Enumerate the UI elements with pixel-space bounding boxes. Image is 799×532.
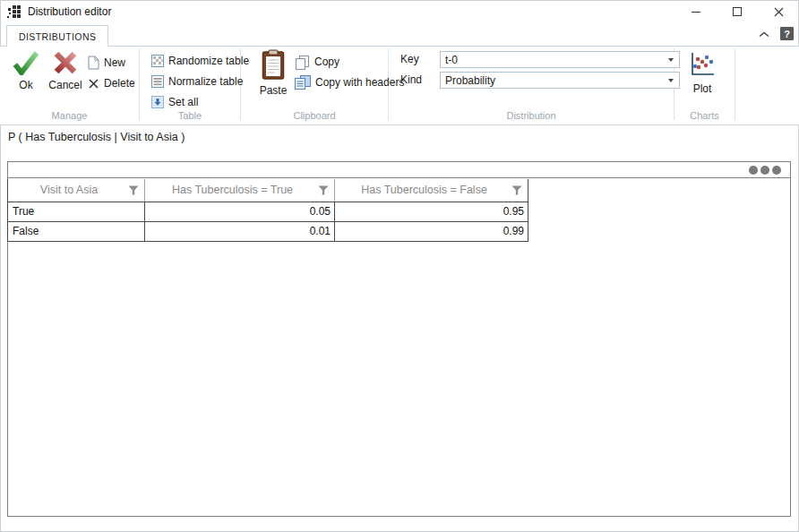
probability-cell[interactable]: 0.95 xyxy=(335,202,528,221)
randomize-table-button[interactable]: Randomize table xyxy=(151,52,249,70)
filter-icon[interactable] xyxy=(128,185,139,195)
new-button-label: New xyxy=(104,56,125,69)
probability-cell[interactable]: 0.99 xyxy=(335,221,528,241)
collapse-ribbon-button[interactable] xyxy=(757,28,771,40)
copy-button-label: Copy xyxy=(314,56,339,68)
set-all-button[interactable]: Set all xyxy=(151,93,249,111)
cancel-button-label: Cancel xyxy=(48,79,82,91)
cancel-x-icon xyxy=(53,50,78,75)
table-row: False 0.01 0.99 xyxy=(8,221,528,241)
column-header-label: Has Tuberculosis = False xyxy=(361,184,487,196)
help-icon: ? xyxy=(784,29,790,39)
kind-dropdown[interactable]: Probability xyxy=(440,72,680,89)
group-label-charts: Charts xyxy=(674,110,735,121)
group-charts: Plot Charts xyxy=(674,47,735,124)
ok-check-icon xyxy=(13,50,39,75)
probability-cell[interactable]: 0.05 xyxy=(145,202,335,221)
chevron-up-icon xyxy=(759,31,769,38)
dot-icon xyxy=(760,166,769,175)
ok-button-label: Ok xyxy=(19,79,32,91)
key-dropdown[interactable]: t-0 xyxy=(440,51,680,68)
ok-button[interactable]: Ok xyxy=(9,50,43,91)
column-header-label: Has Tuberculosis = True xyxy=(172,184,293,196)
help-button[interactable]: ? xyxy=(780,27,794,40)
column-header-tb-false[interactable]: Has Tuberculosis = False xyxy=(335,179,528,202)
paste-button[interactable]: Paste xyxy=(253,49,294,97)
normalize-table-icon xyxy=(151,75,164,88)
key-dropdown-value: t-0 xyxy=(441,54,668,66)
plot-button[interactable]: Plot xyxy=(682,50,723,95)
probability-cell[interactable]: 0.01 xyxy=(145,221,335,241)
group-separator xyxy=(735,48,735,120)
dropdown-arrow-icon xyxy=(668,58,674,62)
row-state-cell[interactable]: False xyxy=(8,221,145,241)
panel-menu-button[interactable] xyxy=(749,166,781,175)
window-controls xyxy=(675,0,799,23)
row-state-cell[interactable]: True xyxy=(8,202,145,221)
normalize-table-button[interactable]: Normalize table xyxy=(151,73,249,90)
column-header-label: Visit to Asia xyxy=(40,184,98,196)
distribution-editor-window: Distribution editor DISTRIBUTIONS ? xyxy=(0,0,799,532)
maximize-button[interactable] xyxy=(717,0,758,23)
group-manage: Ok Cancel New xyxy=(0,47,139,124)
new-button[interactable]: New xyxy=(88,54,135,72)
kind-dropdown-value: Probability xyxy=(441,74,668,87)
close-button[interactable] xyxy=(758,0,799,23)
titlebar: Distribution editor xyxy=(0,0,799,23)
column-header-tb-true[interactable]: Has Tuberculosis = True xyxy=(145,179,335,202)
minimize-button[interactable] xyxy=(675,0,717,23)
delete-button-label: Delete xyxy=(104,77,135,90)
column-header-visit-to-asia[interactable]: Visit to Asia xyxy=(8,179,145,202)
randomize-table-label: Randomize table xyxy=(168,55,249,67)
delete-x-icon xyxy=(88,78,99,90)
copy-icon xyxy=(295,55,310,70)
close-icon xyxy=(774,7,784,17)
new-document-icon xyxy=(88,56,99,70)
delete-button[interactable]: Delete xyxy=(88,74,135,92)
scatter-plot-icon xyxy=(688,50,717,79)
app-icon xyxy=(7,4,21,19)
panel-header-strip xyxy=(8,162,790,178)
group-label-clipboard: Clipboard xyxy=(241,110,388,121)
dropdown-arrow-icon xyxy=(668,79,674,82)
group-label-distribution: Distribution xyxy=(389,110,674,121)
plot-button-label: Plot xyxy=(693,82,712,95)
set-all-label: Set all xyxy=(168,96,198,108)
paste-button-label: Paste xyxy=(260,84,288,97)
randomize-table-icon xyxy=(151,55,164,67)
tab-distributions[interactable]: DISTRIBUTIONS xyxy=(6,25,108,47)
paste-clipboard-icon xyxy=(262,49,285,81)
set-all-arrow-icon xyxy=(151,96,164,108)
table-row: True 0.05 0.95 xyxy=(8,202,528,221)
distribution-expression: P ( Has Tuberculosis | Visit to Asia ) xyxy=(8,131,185,143)
group-distribution: Key t-0 Kind Probability Distribution xyxy=(389,47,674,124)
dot-icon xyxy=(749,166,758,175)
group-table: Randomize table Normalize table xyxy=(140,47,240,124)
normalize-table-label: Normalize table xyxy=(168,75,243,88)
distribution-table-panel: Visit to Asia Has Tuberculosis = True Ha… xyxy=(7,161,791,517)
maximize-icon xyxy=(733,7,742,16)
copy-with-headers-icon xyxy=(295,75,311,90)
window-title: Distribution editor xyxy=(28,0,111,23)
group-label-manage: Manage xyxy=(0,110,139,121)
ribbon: Ok Cancel New xyxy=(0,47,799,125)
filter-icon[interactable] xyxy=(318,185,329,195)
probability-table: Visit to Asia Has Tuberculosis = True Ha… xyxy=(7,179,528,242)
kind-label: Kind xyxy=(400,72,422,89)
minimize-icon xyxy=(692,12,700,13)
cancel-button[interactable]: Cancel xyxy=(45,50,86,91)
header-row: Visit to Asia Has Tuberculosis = True Ha… xyxy=(8,179,528,202)
group-label-table: Table xyxy=(140,110,240,121)
key-label: Key xyxy=(400,51,419,68)
tab-distributions-label: DISTRIBUTIONS xyxy=(19,31,96,42)
dot-icon xyxy=(772,166,781,175)
group-clipboard: Paste Copy xyxy=(241,47,388,124)
filter-icon[interactable] xyxy=(511,185,522,195)
